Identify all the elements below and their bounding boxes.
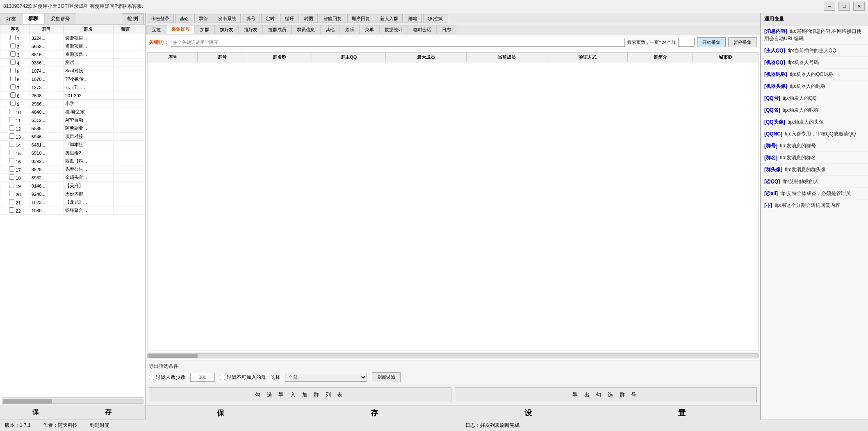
keyword-input[interactable]: [171, 38, 625, 47]
row-check-13[interactable]: [9, 133, 14, 139]
row-check-8[interactable]: [10, 92, 16, 98]
menu-item-群管[interactable]: 群管: [194, 14, 212, 23]
menu-item-发卡系统[interactable]: 发卡系统: [214, 14, 241, 23]
sub-tab-加好友[interactable]: 加好友: [214, 25, 239, 34]
table-row[interactable]: 6 1070... ??小象传...: [0, 75, 145, 83]
tab-collect-groups[interactable]: 采集群号: [44, 13, 76, 24]
filter-min-input[interactable]: [190, 373, 215, 382]
table-row[interactable]: 17 8529... 先看公告...: [0, 165, 145, 174]
filter-join-check[interactable]: [220, 375, 225, 380]
sub-tab-互拉[interactable]: 互拉: [146, 25, 166, 34]
filter-min-checkbox[interactable]: 过滤人数少数: [149, 374, 185, 381]
row-check-4[interactable]: [10, 60, 16, 65]
table-row[interactable]: 13 5946... 项目对接: [0, 133, 145, 141]
filter-select[interactable]: 全部可加入不可加入: [285, 373, 367, 382]
stop-collect-button[interactable]: 暂停采集: [728, 37, 757, 47]
filter-min-check[interactable]: [149, 375, 154, 380]
menu-item-卡密登录[interactable]: 卡密登录: [147, 14, 174, 23]
table-row[interactable]: 9 2936... 小学: [0, 100, 145, 108]
table-row[interactable]: 18 8932... 金码头官...: [0, 174, 145, 182]
row-check-1[interactable]: [10, 35, 16, 40]
table-row[interactable]: 8 2608... 201 202: [0, 92, 145, 100]
maximize-button[interactable]: □: [838, 2, 850, 11]
store-set-button[interactable]: 存: [299, 405, 453, 420]
left-bottom-actions: 保 存: [0, 405, 145, 420]
table-row[interactable]: 12 5585... 阿熊副业...: [0, 124, 145, 133]
menu-item-顺序回复[interactable]: 顺序回复: [347, 14, 374, 23]
save-set-button[interactable]: 保: [146, 405, 299, 420]
sub-tab-其他[interactable]: 其他: [320, 25, 340, 34]
sub-tab-菜单[interactable]: 菜单: [360, 25, 379, 34]
table-row[interactable]: 15 6510... 奥里给2...: [0, 149, 145, 157]
table-row[interactable]: 19 9146... 【天府】...: [0, 182, 145, 190]
menu-item-智能回复[interactable]: 智能回复: [319, 14, 346, 23]
table-row[interactable]: 20 9240... 天份内部...: [0, 190, 145, 198]
import-selected-button[interactable]: 勾 选 导 入 加 群 列 表: [149, 387, 451, 402]
table-row[interactable]: 2 5652... 资源项目...: [0, 42, 145, 50]
sub-tab-临时会话[interactable]: 临时会话: [408, 25, 437, 34]
menu-item-新人入群[interactable]: 新人入群: [376, 14, 403, 23]
menu-item-邮箱[interactable]: 邮箱: [404, 14, 422, 23]
menu-item-定时[interactable]: 定时: [261, 14, 279, 23]
table-row[interactable]: 1 3224... 资源项目...: [0, 34, 145, 42]
data-hscroll[interactable]: [147, 352, 759, 359]
export-selected-button[interactable]: 导 出 勾 选 群 号: [455, 387, 757, 402]
row-check-9[interactable]: [10, 101, 16, 106]
store-button[interactable]: 存: [73, 405, 145, 420]
row-check-18[interactable]: [9, 174, 14, 180]
close-button[interactable]: ✕: [853, 2, 865, 11]
table-row[interactable]: 5 1074... Soul对接...: [0, 67, 145, 75]
table-row[interactable]: 11 5312... APP自动...: [0, 116, 145, 124]
place-button[interactable]: 置: [606, 405, 760, 420]
sub-tab-采集群号[interactable]: 采集群号: [166, 25, 195, 34]
table-row[interactable]: 21 1023... 【龙龙】...: [0, 198, 145, 206]
refresh-filter-button[interactable]: 刷新过滤: [372, 372, 401, 382]
row-check-14[interactable]: [9, 142, 14, 147]
sub-tab-日志[interactable]: 日志: [437, 25, 456, 34]
tab-friends[interactable]: 好友: [0, 13, 22, 24]
sub-tab-拉群成员[interactable]: 拉群成员: [263, 25, 292, 34]
page-input[interactable]: 3: [678, 38, 695, 47]
row-check-6[interactable]: [10, 76, 16, 81]
table-row[interactable]: 7 1273... 九（7）...: [0, 83, 145, 92]
sub-tab-加群[interactable]: 加群: [195, 25, 214, 34]
row-check-10[interactable]: [9, 109, 14, 114]
row-check-3[interactable]: [10, 51, 16, 57]
row-check-20[interactable]: [9, 191, 14, 196]
table-row[interactable]: 4 9336... 测试: [0, 59, 145, 67]
tab-group-chat[interactable]: 群聊: [22, 13, 44, 24]
row-check-22[interactable]: [9, 207, 14, 213]
row-check-15[interactable]: [9, 150, 14, 155]
save-button[interactable]: 保: [0, 405, 73, 420]
menu-item-养号[interactable]: 养号: [242, 14, 260, 23]
row-check-7[interactable]: [10, 84, 16, 89]
minimize-button[interactable]: ─: [824, 2, 835, 11]
menu-item-QQ空间[interactable]: QQ空间: [423, 14, 448, 23]
sub-tab-数据统计[interactable]: 数据统计: [379, 25, 408, 34]
menu-item-基础[interactable]: 基础: [175, 14, 193, 23]
set-button[interactable]: 设: [453, 405, 607, 420]
row-check-5[interactable]: [10, 68, 16, 73]
table-row[interactable]: 10 4840... 稳-赚之家: [0, 108, 145, 116]
sub-tab-群员信息[interactable]: 群员信息: [292, 25, 320, 34]
filter-join-checkbox[interactable]: 过滤不可加入的群: [220, 374, 266, 381]
table-row[interactable]: 3 8816... 资源项目...: [0, 50, 145, 59]
row-check-2[interactable]: [10, 43, 16, 48]
row-check-19[interactable]: [9, 183, 14, 188]
table-row[interactable]: 14 6431... 『脚本社...: [0, 141, 145, 149]
left-hscroll[interactable]: [2, 397, 144, 405]
menu-item-转图[interactable]: 转图: [300, 14, 318, 23]
row-check-12[interactable]: [9, 125, 14, 131]
sub-tab-娱乐[interactable]: 娱乐: [340, 25, 360, 34]
sub-tab-拉好友[interactable]: 拉好友: [239, 25, 263, 34]
menu-item-循环[interactable]: 循环: [280, 14, 298, 23]
row-check-11[interactable]: [9, 117, 14, 122]
row-check-21[interactable]: [9, 199, 14, 204]
row-check-16[interactable]: [9, 158, 14, 163]
row-check-17[interactable]: [9, 166, 14, 172]
table-row[interactable]: 22 1080... 畅联聚合...: [0, 206, 145, 215]
search-bar: 关键词： 搜索页数，一页=24个群 3 开始采集 暂停采集: [146, 35, 760, 50]
table-row[interactable]: 16 8392... 西瓜【科...: [0, 157, 145, 165]
start-collect-button[interactable]: 开始采集: [697, 37, 726, 47]
detect-button[interactable]: 检 测: [122, 13, 144, 24]
